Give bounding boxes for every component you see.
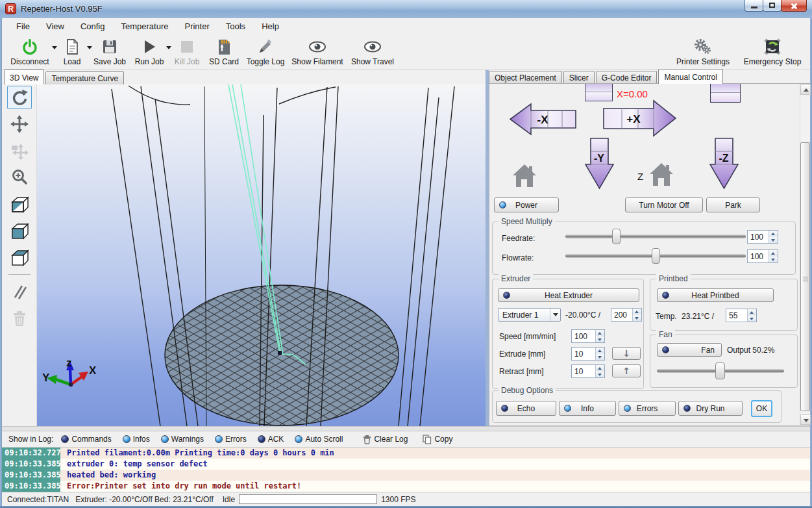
extruder-select[interactable]: Extruder 1 — [498, 308, 561, 322]
feedrate-slider[interactable] — [565, 229, 746, 244]
jog-plus-x-button[interactable]: +X — [602, 98, 677, 138]
load-button[interactable]: Load — [56, 36, 88, 66]
log-row: 09:10:32.727 Printed filament:0.00m Prin… — [2, 448, 810, 459]
svg-text:z: z — [66, 357, 72, 369]
menu-file[interactable]: File — [15, 20, 31, 32]
debug-dry-run-button[interactable]: Dry Run — [678, 401, 743, 416]
gears-icon — [693, 37, 713, 57]
menu-printer[interactable]: Printer — [183, 20, 210, 32]
fan-slider-thumb[interactable] — [715, 362, 725, 379]
log-toggle-ack[interactable]: ACK — [258, 435, 284, 444]
extruder-target-spinner[interactable]: 200 — [611, 308, 642, 322]
show-filament-button[interactable]: Show Filament — [290, 36, 345, 66]
flowrate-slider[interactable] — [565, 248, 746, 264]
emergency-stop-button[interactable]: Emergency Stop — [743, 36, 802, 66]
menu-view[interactable]: View — [45, 20, 66, 32]
power-button[interactable]: Power — [494, 197, 559, 212]
stop-square-icon — [178, 37, 195, 57]
home-z-button[interactable] — [649, 162, 674, 188]
retract-button[interactable]: ↑ — [612, 364, 641, 377]
autoscroll-led — [295, 435, 302, 443]
save-job-button[interactable]: Save Job — [92, 36, 128, 66]
retract-spinner[interactable]: 10 — [571, 364, 605, 378]
jog-minus-z-button[interactable]: -Z — [708, 137, 740, 190]
show-travel-button[interactable]: Show Travel — [349, 36, 397, 66]
clear-log-button[interactable]: Clear Log — [363, 435, 408, 444]
debug-echo-button[interactable]: Echo — [496, 401, 556, 416]
tab-manual-control[interactable]: Manual Control — [658, 69, 722, 84]
tab-slicer[interactable]: Slicer — [563, 71, 595, 84]
menu-temperature[interactable]: Temperature — [119, 20, 169, 32]
panel-scrollbar[interactable] — [800, 84, 810, 425]
zoom-view-button[interactable] — [7, 166, 32, 189]
feedrate-slider-thumb[interactable] — [612, 229, 621, 244]
extrude-speed-spinner[interactable]: 100 — [571, 329, 605, 343]
3d-viewport[interactable]: z Y X — [37, 84, 486, 426]
debug-info-button[interactable]: Info — [559, 401, 616, 416]
log-toggle-commands[interactable]: Commands — [61, 435, 111, 444]
fan-button[interactable]: Fan — [657, 343, 722, 357]
park-button[interactable]: Park — [706, 197, 760, 212]
ok-button[interactable]: OK — [751, 400, 772, 417]
top-view-button[interactable] — [7, 246, 32, 269]
tab-3d-view[interactable]: 3D View — [4, 70, 44, 84]
spin-down[interactable] — [769, 237, 778, 244]
log-toggle-warnings[interactable]: Warnings — [161, 435, 204, 444]
bed-temp-label: Temp. — [656, 312, 677, 321]
scrollbar-thumb[interactable] — [800, 142, 810, 411]
tab-gcode-editor[interactable]: G-Code Editor — [596, 71, 658, 84]
jog-minus-x-button[interactable]: -X — [509, 101, 577, 137]
info-led — [564, 405, 571, 412]
bed-target-spinner[interactable]: 55 — [726, 309, 757, 322]
parallel-projection-button[interactable] — [7, 280, 32, 303]
heat-extruder-button[interactable]: Heat Extruder — [498, 288, 639, 302]
log-toggle-autoscroll[interactable]: Auto Scroll — [295, 435, 343, 444]
jog-plus-z-button[interactable] — [710, 84, 741, 103]
floppy-icon — [101, 37, 118, 57]
debug-errors-button[interactable]: Errors — [619, 401, 676, 416]
flowrate-spinner[interactable]: 100 — [747, 249, 778, 263]
printer-settings-button[interactable]: Printer Settings — [674, 36, 732, 66]
close-button[interactable] — [781, 0, 807, 12]
move-view-button[interactable] — [7, 112, 32, 136]
sd-card-button[interactable]: SD Card — [207, 36, 241, 66]
maximize-button[interactable] — [763, 0, 781, 12]
extrude-spinner[interactable]: 10 — [571, 347, 605, 361]
log-output[interactable]: 09:10:32.727 Printed filament:0.00m Prin… — [2, 448, 810, 492]
menu-tools[interactable]: Tools — [225, 20, 247, 32]
flowrate-slider-thumb[interactable] — [652, 248, 660, 264]
titlebar[interactable]: R Repetier-Host V0.95F — [0, 0, 812, 19]
run-job-button[interactable]: Run Job — [132, 36, 167, 66]
feedrate-spinner[interactable]: 100 — [747, 230, 778, 244]
heat-printbed-button[interactable]: Heat Printbed — [657, 288, 774, 302]
scrollbar-up-button[interactable] — [800, 84, 811, 95]
log-timestamp: 09:10:33.385 — [2, 470, 60, 481]
fps-readout: 1300 FPS — [381, 495, 415, 504]
motor-off-button[interactable]: Turn Motor Off — [625, 197, 703, 212]
combo-arrow-icon[interactable] — [550, 309, 560, 321]
fan-slider[interactable] — [657, 362, 784, 379]
isometric-view-button[interactable] — [7, 192, 32, 216]
home-all-button[interactable] — [512, 163, 537, 189]
menu-config[interactable]: Config — [79, 20, 106, 32]
minimize-button[interactable] — [744, 0, 763, 12]
down-arrow-icon: ↓ — [622, 348, 630, 359]
spin-up[interactable] — [769, 231, 778, 237]
printbed-group: Printbed Heat Printbed Temp. 23.21°C / 5… — [650, 279, 798, 331]
log-toggle-errors[interactable]: Errors — [215, 435, 247, 444]
disconnect-button[interactable]: Disconnect — [7, 36, 53, 66]
log-toggle-infos[interactable]: Infos — [123, 435, 150, 444]
menu-help[interactable]: Help — [260, 20, 280, 32]
play-icon — [141, 37, 158, 57]
show-in-log-label: Show in Log: — [8, 435, 53, 444]
jog-minus-y-button[interactable]: -Y — [584, 137, 615, 190]
rotate-view-button[interactable] — [7, 86, 32, 109]
scrollbar-down-button[interactable] — [800, 414, 811, 425]
ack-led — [258, 435, 265, 443]
tab-temperature-curve[interactable]: Temperature Curve — [45, 71, 124, 84]
extrude-button[interactable]: ↓ — [612, 347, 641, 360]
front-view-button[interactable] — [7, 219, 32, 242]
copy-log-button[interactable]: Copy — [423, 435, 452, 444]
toggle-log-button[interactable]: Toggle Log — [245, 36, 286, 66]
tab-object-placement[interactable]: Object Placement — [489, 71, 562, 84]
